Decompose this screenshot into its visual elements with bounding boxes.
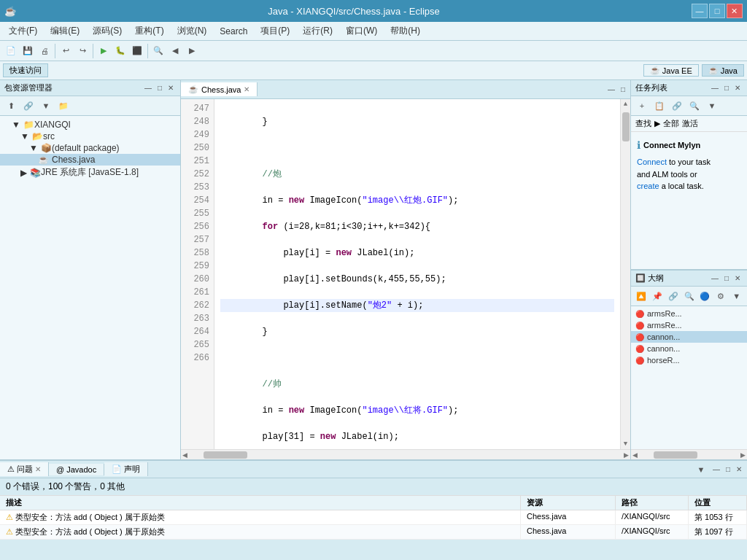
tree-item-jre[interactable]: ▶ 📚 JRE 系统库 [JavaSE-1.8] [0,166,180,179]
problem-row-1[interactable]: ⚠ 类型安全：方法 add ( Object ) 属于原始类 Chess.jav… [0,525,747,540]
hscroll-thumb[interactable] [204,451,247,459]
outline-item-0[interactable]: 🔴 armsRe... [631,308,747,319]
minimize-button[interactable]: — [692,4,708,18]
tb-search[interactable]: 🔍 [150,43,166,59]
tab-close-button[interactable]: ✕ [244,85,249,93]
tree-item-xiangqi[interactable]: ▼ 📁 XIANGQI [0,119,180,131]
perspective-java[interactable]: ☕ Java [702,64,744,77]
menu-window[interactable]: 窗口(W) [340,23,383,39]
tb-redo[interactable]: ↪ [74,43,90,59]
code-line-252: play[i] = new JLabel(in); [220,246,614,260]
prob-location-1: 第 1097 行 [689,525,747,539]
close-button[interactable]: ✕ [727,4,743,18]
tasklist-minimize[interactable]: — [709,83,721,93]
scroll-down-arrow[interactable]: ▼ [622,439,629,449]
tab-close-problems[interactable]: ✕ [35,465,41,473]
outline-item-1[interactable]: 🔴 armsRe... [631,319,747,331]
outline-item-2[interactable]: 🔴 cannon... [631,331,747,343]
editor-scrollbar[interactable]: ▲ ▼ [620,99,630,449]
scroll-thumb[interactable] [622,112,630,141]
tasklist-filter[interactable]: 🔍 [686,98,703,114]
bottom-maximize[interactable]: □ [724,464,732,474]
outline-item-4[interactable]: 🔴 horseR... [631,354,747,366]
tasklist-more[interactable]: ▼ [704,98,720,114]
tasklist-maximize[interactable]: □ [722,83,731,93]
outline-close[interactable]: ✕ [732,273,743,283]
new-package-button[interactable]: 📁 [55,98,71,114]
collapse-all-button[interactable]: ⬆ [3,98,19,114]
outline-more[interactable]: ▼ [729,288,744,304]
outline-hscrollbar[interactable]: ◀ ▶ [631,449,747,459]
tasklist-btn3[interactable]: 🔗 [669,98,685,114]
folder-icon: 📁 [23,120,34,130]
tb-print[interactable]: 🖨 [36,43,53,59]
tb-debug[interactable]: 🐛 [112,43,128,59]
search-scope[interactable]: 全部 [663,118,679,129]
tab-javadoc[interactable]: @ Javadoc [49,464,104,475]
tb-stop[interactable]: ⬛ [129,43,145,59]
panel-minimize[interactable]: — [142,83,154,93]
bottom-close[interactable]: ✕ [734,464,744,474]
menu-file[interactable]: 文件(F) [3,23,43,39]
menu-project[interactable]: 项目(P) [255,23,295,39]
tb-back[interactable]: ◀ [167,43,183,59]
tb-undo[interactable]: ↩ [58,43,74,59]
link-editor-button[interactable]: 🔗 [20,98,36,114]
bottom-minimize[interactable]: — [711,464,722,474]
outline-minimize[interactable]: — [709,273,721,283]
menu-navigate[interactable]: 浏览(N) [171,23,213,39]
outline-btn2[interactable]: 📌 [650,288,665,304]
tasklist-btn2[interactable]: 📋 [651,98,667,114]
tasklist-btn1[interactable]: + [634,98,650,114]
menu-source[interactable]: 源码(S) [87,23,128,39]
menu-help[interactable]: 帮助(H) [384,23,426,39]
panel-close[interactable]: ✕ [166,83,176,93]
create-link[interactable]: create [637,182,659,190]
view-menu-button[interactable]: ▼ [38,98,54,114]
outline-hscroll-left[interactable]: ◀ [631,451,639,459]
outline-btn6[interactable]: ⚙ [713,288,729,304]
editor-tab-chess[interactable]: ☕ Chess.java ✕ [181,82,258,96]
outline-hscroll-thumb[interactable] [654,451,697,459]
menu-refactor[interactable]: 重构(T) [129,23,169,39]
menu-edit[interactable]: 编辑(E) [44,23,85,39]
bottom-menu-btn[interactable]: ▼ [693,462,709,478]
hscroll-left-arrow[interactable]: ◀ [181,451,189,459]
outline-hscroll-right[interactable]: ▶ [739,451,747,459]
maximize-button[interactable]: □ [709,4,725,18]
menu-run[interactable]: 运行(R) [297,23,338,39]
tb-run[interactable]: ▶ [96,43,112,59]
editor-maximize[interactable]: □ [619,85,627,94]
menu-search[interactable]: Search [214,25,253,38]
tab-problems[interactable]: ⚠ 问题 ✕ [0,462,49,476]
quickaccess-button[interactable]: 快速访问 [3,63,48,77]
editor-minimize[interactable]: — [605,85,617,94]
outline-btn3[interactable]: 🔗 [665,288,681,304]
connect-link[interactable]: Connect [637,158,667,166]
outline-btn5[interactable]: 🔵 [697,288,713,304]
tb-save[interactable]: 💾 [20,43,36,59]
src-icon: 📂 [32,131,43,141]
outline-btn1[interactable]: 🔼 [634,288,649,304]
tree-item-src[interactable]: ▼ 📂 src [0,131,180,142]
tb-forward[interactable]: ▶ [184,43,200,59]
outline-btn4[interactable]: 🔍 [681,288,697,304]
problem-row-0[interactable]: ⚠ 类型安全：方法 add ( Object ) 属于原始类 Chess.jav… [0,510,747,525]
scroll-up-arrow[interactable]: ▲ [622,99,629,109]
tree-item-default-package[interactable]: ▼ 📦 (default package) [0,142,180,154]
hscroll-right-arrow[interactable]: ▶ [622,451,630,459]
tasklist-title: 任务列表 [635,82,667,93]
outline-item-3[interactable]: 🔴 cannon... [631,343,747,354]
perspective-javaee[interactable]: ☕ Java EE [643,64,699,77]
tab-declaration[interactable]: 📄 声明 [104,462,148,476]
tb-new[interactable]: 📄 [3,43,19,59]
code-content[interactable]: } //炮 in = new ImageIcon("image\\红炮.GIF"… [214,99,620,449]
connect-text3: and ALM tools or [637,170,697,179]
editor-hscrollbar[interactable]: ◀ ▶ [181,449,630,459]
panel-maximize[interactable]: □ [155,83,164,93]
tasklist-close[interactable]: ✕ [732,83,743,93]
tree-item-chess-java[interactable]: ☕ Chess.java [0,154,180,166]
code-editor[interactable]: 247 248 249 250 251 252 253 254 255 256 … [181,99,630,449]
search-filter[interactable]: 激活 [682,118,698,129]
outline-maximize[interactable]: □ [722,273,731,283]
